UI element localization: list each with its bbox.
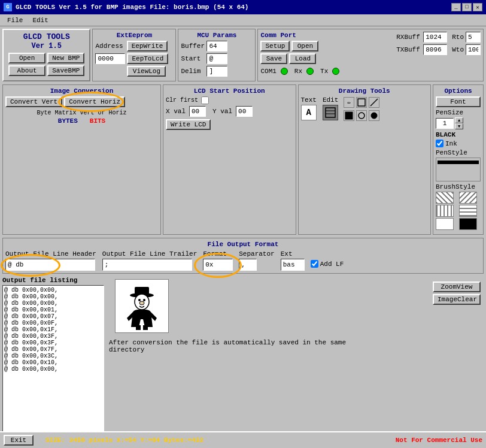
eep-to-lcd-button[interactable]: EepToLcd [127,53,168,64]
add-lf-checkbox[interactable] [311,260,318,268]
new-bmp-button[interactable]: New BMP [47,53,84,63]
window-title: GLCD TOOLS Ver 1.5 for BMP images File: … [16,4,248,11]
svg-line-4 [370,99,378,106]
maximize-button[interactable]: □ [462,3,472,11]
buffer-label: Buffer [181,43,205,50]
write-lcd-button[interactable]: Write LCD [166,119,211,130]
wto-input[interactable] [466,44,481,55]
minimize-button[interactable]: _ [451,3,461,11]
pen-size-value: 1 [436,118,454,129]
com1-led [281,68,288,75]
output-listing-area: Output file listing @ db 0x00,0x00,@ db … [2,277,104,448]
output-listing-title: Output file listing [2,277,104,284]
x-val-input[interactable] [189,106,206,117]
rto-label: Rto [452,34,464,41]
start-input[interactable] [206,53,227,64]
lcd-start-pos-title: LCD Start Position [166,87,293,95]
save-bmp-button[interactable]: SaveBMP [47,65,84,76]
edit-tool-button[interactable] [323,105,338,120]
brush-style-1[interactable] [436,192,454,204]
brush-style-3[interactable] [436,205,454,217]
menu-edit[interactable]: Edit [28,16,53,25]
byte-matrix-label: Byte Matrix Vert or Horiz [5,110,158,116]
eep-write-button[interactable]: EepWrite [127,41,168,52]
comm-open-button[interactable]: Open [291,41,318,52]
open-button[interactable]: Open [8,53,45,63]
bmp-preview [115,279,169,333]
y-val-label: Y val [212,108,232,115]
pencil-icon[interactable]: ✏ [344,97,354,108]
pen-size-up[interactable]: ▲ [455,117,463,123]
image-conversion-panel: Image Conversion Convert Vert Convert Ho… [2,84,161,235]
menu-file[interactable]: File [2,16,28,25]
svg-point-7 [371,113,377,119]
pen-style-solid[interactable] [438,161,479,164]
drawing-tools-title: Drawing Tools [301,87,429,95]
convert-vert-button[interactable]: Convert Vert [5,96,62,107]
pen-style-dash2[interactable] [438,170,479,174]
lcd-start-pos-panel: LCD Start Position Clr first X val Y val… [163,84,296,235]
pen-size-label: PenSize [436,109,481,116]
line-trailer-input[interactable] [102,259,192,271]
title-bar: G GLCD TOOLS Ver 1.5 for BMP images File… [0,0,486,14]
zoom-view-button[interactable]: ZoomView [433,281,481,292]
bits-label: BITS [90,117,105,125]
black-label: BLACK [436,131,481,138]
output-listing[interactable]: @ db 0x00,0x00,@ db 0x00,0x00,@ db 0x00,… [2,285,104,448]
svg-rect-3 [358,99,365,106]
pen-style-dot[interactable] [438,175,479,178]
image-clear-button[interactable]: ImageClear [433,294,481,305]
rx-label: Rx [294,68,302,75]
text-tool-label: Text [301,96,317,104]
com-port-label: COM1 [260,68,276,75]
pen-style-dash1[interactable] [438,165,479,169]
ext-label: Ext [281,250,305,258]
fill-circle-icon[interactable] [369,110,379,121]
start-label: Start [181,55,205,62]
line-header-input[interactable] [5,259,95,271]
load-button[interactable]: Load [289,53,316,64]
pen-style-label: PenStyle [436,149,481,156]
close-button[interactable]: ✕ [473,3,482,11]
tx-led [332,68,339,75]
convert-horiz-button[interactable]: Convert Horiz [64,96,125,107]
conversion-note: After conversion the file is automatical… [109,339,348,353]
font-button[interactable]: Font [436,96,481,107]
mcu-params-title: MCU Params [181,32,253,39]
ink-checkbox[interactable] [436,140,444,147]
clr-first-checkbox[interactable] [201,96,209,104]
setup-button[interactable]: Setup [260,41,290,52]
image-conversion-title: Image Conversion [5,87,158,95]
options-title: Options [436,87,481,95]
brush-style-5[interactable] [436,218,454,230]
brush-style-2[interactable] [459,192,477,204]
options-panel: Options Font PenSize 1 ▲ ▼ BLACK [433,84,484,235]
tx-buff-label: TXBuff [396,46,421,53]
status-bar: Exit SIZE: 3456 pixels X:=54 Y:=64 Bytes… [0,431,486,448]
text-tool-button[interactable]: A [301,105,317,120]
tx-buff-input[interactable] [423,44,447,55]
rect-icon[interactable] [356,97,367,108]
about-button[interactable]: About [8,65,45,76]
x-val-label: X val [166,108,186,115]
separator-input[interactable] [239,259,257,271]
brush-style-6[interactable] [459,218,477,230]
y-val-input[interactable] [236,106,253,117]
pen-size-down[interactable]: ▼ [455,123,463,129]
line-icon[interactable] [369,97,379,108]
rto-input[interactable] [466,32,481,43]
format-input[interactable] [203,259,233,271]
glcd-title-line1: GLCD TOOLS Ver 1.5 [23,32,70,50]
fill-rect-icon[interactable] [344,110,354,121]
address-input[interactable] [95,53,125,64]
circle-icon[interactable] [356,110,367,121]
comm-save-button[interactable]: Save [260,53,287,64]
delim-input[interactable] [206,66,227,77]
brush-style-4[interactable] [459,205,477,217]
view-log-button[interactable]: ViewLog [127,66,166,77]
exit-button[interactable]: Exit [4,435,34,446]
rx-buff-input[interactable] [423,32,447,43]
buffer-input[interactable] [206,41,227,52]
ext-input[interactable] [281,259,305,271]
svg-rect-14 [136,325,141,330]
